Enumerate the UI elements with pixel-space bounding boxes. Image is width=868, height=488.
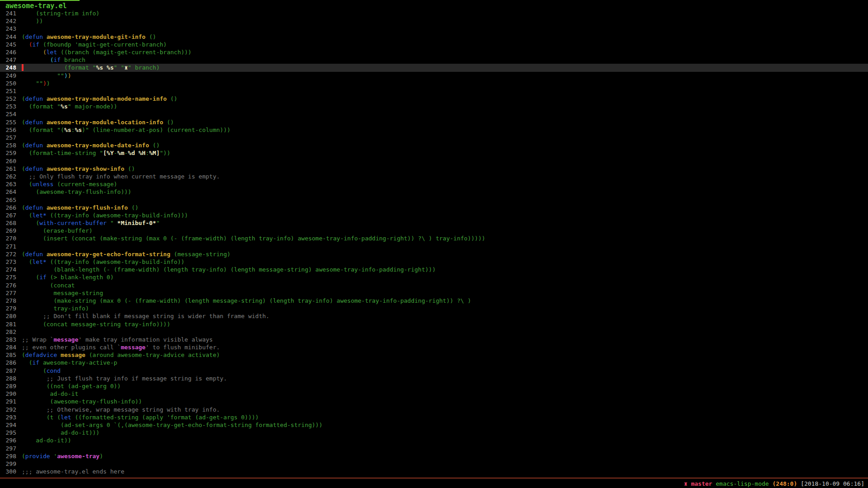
code-line-287[interactable]: 287 (cond xyxy=(0,367,868,375)
code-line-255[interactable]: 255(defun awesome-tray-module-location-i… xyxy=(0,118,868,126)
code-line-268[interactable]: 268 (with-current-buffer " *Minibuf-0*" xyxy=(0,219,868,227)
code-token: "" xyxy=(22,72,64,79)
line-number: 295 xyxy=(0,429,16,436)
code-line-257[interactable]: 257 xyxy=(0,134,868,141)
line-number: 276 xyxy=(0,282,16,289)
line-number: 272 xyxy=(0,250,16,258)
code-token: message-string xyxy=(22,290,103,296)
code-line-289[interactable]: 289 ((not (ad-get-arg 0)) xyxy=(0,382,868,390)
code-line-244[interactable]: 244(defun awesome-tray-module-git-info (… xyxy=(0,33,868,41)
code-token xyxy=(43,33,47,40)
code-line-276[interactable]: 276 (concat xyxy=(0,282,868,289)
code-line-290[interactable]: 290 ad-do-it xyxy=(0,390,868,398)
code-line-282[interactable]: 282 xyxy=(0,328,868,336)
code-token: )" (line-number-at-pos) (current-column)… xyxy=(82,127,231,133)
code-token: (concat xyxy=(22,282,75,289)
code-line-241[interactable]: 241 (string-trim info) xyxy=(0,9,868,17)
code-token: defun xyxy=(25,142,43,149)
code-token xyxy=(57,352,61,358)
code-line-274[interactable]: 274 (blank-length (- (frame-width) (leng… xyxy=(0,266,868,273)
code-line-269[interactable]: 269 (erase-buffer) xyxy=(0,227,868,235)
line-number: 246 xyxy=(0,48,16,56)
line-number: 287 xyxy=(0,367,16,375)
code-line-283[interactable]: 283;; Wrap `message' make tray informati… xyxy=(0,336,868,343)
code-line-262[interactable]: 262 ;; Only flush tray info when current… xyxy=(0,173,868,180)
code-line-286[interactable]: 286 (if awesome-tray-active-p xyxy=(0,359,868,366)
code-line-281[interactable]: 281 (concat message-string tray-info)))) xyxy=(0,320,868,328)
code-line-254[interactable]: 254 xyxy=(0,110,868,118)
code-line-299[interactable]: 299 xyxy=(0,460,868,468)
code-token: ♜ xyxy=(124,64,128,71)
line-number: 266 xyxy=(0,204,16,211)
code-line-245[interactable]: 245 (if (fboundp 'magit-get-current-bran… xyxy=(0,41,868,48)
code-token: if xyxy=(39,274,47,281)
code-token: ( xyxy=(22,367,47,374)
code-line-243[interactable]: 243 xyxy=(0,25,868,33)
code-line-250[interactable]: 250 "")) xyxy=(0,80,868,87)
code-token: awesome-tray-show-info xyxy=(47,165,124,172)
code-line-285[interactable]: 285(defadvice message (around awesome-tr… xyxy=(0,351,868,359)
code-line-259[interactable]: 259 (format-time-string "[%Y-%m-%d %H:%M… xyxy=(0,149,868,157)
code-line-263[interactable]: 263 (unless (current-message) xyxy=(0,180,868,188)
code-token: () xyxy=(149,142,160,149)
code-line-256[interactable]: 256 (format "(%s:%s)" (line-number-at-po… xyxy=(0,126,868,134)
code-line-267[interactable]: 267 (let* ((tray-info (awesome-tray-buil… xyxy=(0,211,868,219)
code-line-292[interactable]: 292 ;; Otherwise, wrap message string wi… xyxy=(0,406,868,413)
code-token: %s xyxy=(64,127,71,133)
code-line-270[interactable]: 270 (insert (concat (make-string (max 0 … xyxy=(0,235,868,242)
code-line-242[interactable]: 242 )) xyxy=(0,17,868,25)
code-line-280[interactable]: 280 ;; Don't fill blank if message strin… xyxy=(0,312,868,320)
git-branch: master xyxy=(691,480,712,487)
line-number: 253 xyxy=(0,103,16,110)
code-line-293[interactable]: 293 (t (let ((formatted-string (apply 'f… xyxy=(0,413,868,421)
code-token: " xyxy=(107,220,117,226)
code-line-258[interactable]: 258(defun awesome-tray-module-date-info … xyxy=(0,141,868,149)
code-line-260[interactable]: 260 xyxy=(0,157,868,165)
line-number: 283 xyxy=(0,336,16,343)
code-token: awesome-tray xyxy=(57,453,99,460)
code-line-261[interactable]: 261(defun awesome-tray-show-info () xyxy=(0,165,868,173)
code-line-273[interactable]: 273 (let* ((tray-info (awesome-tray-buil… xyxy=(0,258,868,266)
code-token: " " xyxy=(114,64,124,71)
code-line-247[interactable]: 247 (if branch xyxy=(0,56,868,64)
code-token: ;; Don't fill blank if message string is… xyxy=(43,313,269,319)
code-line-279[interactable]: 279 tray-info) xyxy=(0,305,868,312)
code-line-288[interactable]: 288 ;; Just flush tray info if message s… xyxy=(0,375,868,382)
code-line-297[interactable]: 297 xyxy=(0,445,868,452)
code-token: message xyxy=(121,344,146,351)
code-line-295[interactable]: 295 ad-do-it))) xyxy=(0,429,868,436)
code-line-251[interactable]: 251 xyxy=(0,87,868,95)
code-token: (erase-buffer) xyxy=(22,227,93,234)
code-token: ((formatted-string (apply 'format (ad-ge… xyxy=(71,414,259,421)
line-number: 294 xyxy=(0,421,16,429)
code-line-296[interactable]: 296 ad-do-it)) xyxy=(0,436,868,444)
code-line-264[interactable]: 264 (awesome-tray-flush-info))) xyxy=(0,188,868,196)
code-line-277[interactable]: 277 message-string xyxy=(0,289,868,297)
code-line-265[interactable]: 265 xyxy=(0,196,868,204)
code-token xyxy=(22,56,50,63)
code-line-272[interactable]: 272(defun awesome-tray-get-echo-format-s… xyxy=(0,250,868,258)
datetime: [2018-10-09 06:16] xyxy=(797,480,864,487)
code-line-278[interactable]: 278 (make-string (max 0 (- (frame-width)… xyxy=(0,297,868,305)
buffer-tab[interactable]: awesome-tray.el xyxy=(0,0,80,10)
code-line-249[interactable]: 249 "")) xyxy=(0,72,868,80)
code-token: ;; Otherwise, wrap message string with t… xyxy=(47,406,220,413)
code-buffer[interactable]: 241 (string-trim info)242 ))243244(defun… xyxy=(0,9,868,475)
code-token: with-current-buffer xyxy=(39,220,107,226)
code-line-266[interactable]: 266(defun awesome-tray-flush-info () xyxy=(0,204,868,211)
line-number: 251 xyxy=(0,87,16,95)
code-line-291[interactable]: 291 (awesome-tray-flush-info)) xyxy=(0,398,868,405)
code-line-298[interactable]: 298(provide 'awesome-tray) xyxy=(0,452,868,460)
code-line-252[interactable]: 252(defun awesome-tray-module-mode-name-… xyxy=(0,95,868,103)
code-line-248[interactable]: 248 (format "%s %s" "♜" branch) xyxy=(0,64,868,71)
code-line-294[interactable]: 294 (ad-set-args 0 `(,(awesome-tray-get-… xyxy=(0,421,868,429)
code-line-253[interactable]: 253 (format "%s" major-mode)) xyxy=(0,103,868,110)
code-token: defadvice xyxy=(25,352,57,358)
code-line-271[interactable]: 271 xyxy=(0,243,868,250)
code-line-300[interactable]: 300;;; awesome-tray.el ends here xyxy=(0,468,868,475)
code-line-284[interactable]: 284;; even other plugins call `message' … xyxy=(0,343,868,351)
code-line-246[interactable]: 246 (let ((branch (magit-get-current-bra… xyxy=(0,48,868,56)
code-token: ( xyxy=(43,49,47,56)
code-line-275[interactable]: 275 (if (> blank-length 0) xyxy=(0,273,868,281)
code-token: (insert (concat (make-string (max 0 (- (… xyxy=(22,235,485,242)
